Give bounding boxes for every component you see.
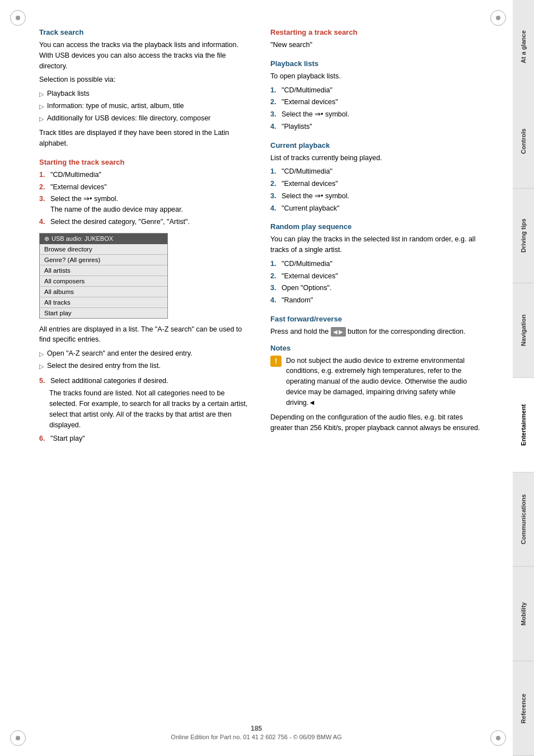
usb-menu-item-browse[interactable]: Browse directory [40,244,167,255]
bullet-az-text-2: Select the desired entry from the list. [47,361,161,371]
step-text-6: "Start play" [50,433,85,444]
rp-text-2: "External devices" [282,271,338,282]
bullet-arrow-az1: ▷ [39,349,44,359]
step-num-4: 4. [39,217,47,227]
cp-num-4: 4. [270,203,278,214]
start-step-5: 5. Select additional categories if desir… [39,376,254,386]
usb-menu-item-start[interactable]: Start play [40,308,167,318]
sidebar-tab-entertainment[interactable]: Entertainment [513,378,534,473]
bullet-az-text-1: Open "A-Z search" and enter the desired … [47,348,192,359]
starting-steps: 1. "CD/Multimedia" 2. "External devices"… [39,170,254,227]
pl-step-4: 4. "Playlists" [270,122,485,132]
bullet-arrow-3: ▷ [39,114,44,124]
step-num-2: 2. [39,182,47,193]
start-step-4: 4. Select the desired category, "Genre",… [39,217,254,227]
step-text-4: Select the desired category, "Genre", "A… [50,217,190,227]
usb-menu: ⊕ USB audio: JUKEBOX Browse directory Ge… [39,233,168,319]
step5-detail: The tracks found are listed. Not all cat… [49,388,254,430]
warning-icon: ! [270,356,282,367]
rp-num-2: 2. [270,271,278,282]
fast-forward-text: Press and hold the ◀ ▶ button for the co… [270,326,485,337]
sidebar-tab-controls[interactable]: Controls [513,94,534,189]
usb-menu-item-genre[interactable]: Genre? (All genres) [40,255,167,265]
rp-step-3: 3. Open "Options". [270,283,485,293]
random-play-title: Random play sequence [270,222,485,231]
current-playback-steps: 1. "CD/Multimedia" 2. "External devices"… [270,166,485,213]
current-playback-title: Current playback [270,141,485,150]
pl-step-2: 2. "External devices" [270,97,485,108]
step-num-6: 6. [39,433,47,444]
left-column: Track search You can access the tracks v… [39,28,254,734]
corner-decoration-tl [10,10,26,26]
start-step-3: 3. Select the ⇒• symbol.The name of the … [39,194,254,215]
bullet-text-2: Information: type of music, artist, albu… [47,101,184,111]
usb-menu-item-tracks[interactable]: All tracks [40,297,167,308]
start-step-2: 2. "External devices" [39,182,254,193]
rp-step-2: 2. "External devices" [270,271,485,282]
current-playback-intro: List of tracks currently being played. [270,153,485,164]
start-step-1: 1. "CD/Multimedia" [39,170,254,180]
sidebar-tab-at-a-glance[interactable]: At a glance [513,0,534,94]
cp-step-1: 1. "CD/Multimedia" [270,166,485,177]
note-1-text: Do not subject the audio device to extre… [286,356,485,408]
rp-step-1: 1. "CD/Multimedia" [270,259,485,269]
page-container: Track search You can access the tracks v… [0,0,534,756]
cp-text-1: "CD/Multimedia" [282,166,332,177]
cp-text-2: "External devices" [282,179,338,189]
sidebar: At a glance Controls Driving tips Naviga… [513,0,534,756]
usb-menu-title: ⊕ USB audio: JUKEBOX [40,234,167,244]
track-search-intro: You can access the tracks via the playba… [39,40,254,71]
sidebar-tab-driving-tips[interactable]: Driving tips [513,189,534,283]
usb-menu-item-artists[interactable]: All artists [40,265,167,276]
rp-num-1: 1. [270,259,278,269]
rp-num-4: 4. [270,295,278,306]
step-text-3: Select the ⇒• symbol.The name of the aud… [50,194,183,215]
notes-section: Notes ! Do not subject the audio device … [270,344,485,433]
pl-step-3: 3. Select the ⇒• symbol. [270,109,485,120]
playback-lists-steps: 1. "CD/Multimedia" 2. "External devices"… [270,85,485,132]
step-num-1: 1. [39,170,47,180]
step-num-5: 5. [39,376,47,386]
bullet-item-info: ▷ Information: type of music, artist, al… [39,101,254,111]
track-titles-note: Track titles are displayed if they have … [39,128,254,149]
pl-num-4: 4. [270,122,278,132]
pl-text-2: "External devices" [282,97,338,108]
bullet-item-usb: ▷ Additionally for USB devices: file dir… [39,113,254,124]
sidebar-tab-mobility[interactable]: Mobility [513,567,534,661]
cp-text-3: Select the ⇒• symbol. [282,191,349,202]
sidebar-tab-communications[interactable]: Communications [513,472,534,567]
restarting-text: "New search" [270,40,485,50]
ff-button-icon: ◀ ▶ [331,327,346,337]
rp-text-4: "Random" [282,295,313,306]
rp-text-3: Open "Options". [282,283,331,293]
cp-num-1: 1. [270,166,278,177]
footer: 185 Online Edition for Part no. 01 41 2 … [0,725,513,740]
pl-text-1: "CD/Multimedia" [282,85,332,96]
step-text-2: "External devices" [50,182,107,193]
main-content: Track search You can access the tracks v… [0,0,513,756]
note-2-text: Depending on the configuration of the au… [270,412,485,433]
cp-num-3: 3. [270,191,278,202]
pl-num-3: 3. [270,109,278,120]
step-num-3: 3. [39,194,47,204]
playback-lists-title: Playback lists [270,59,485,68]
usb-menu-item-albums[interactable]: All albums [40,287,167,297]
pl-text-4: "Playlists" [282,122,312,132]
rp-text-1: "CD/Multimedia" [282,259,332,269]
start-step-6: 6. "Start play" [39,433,254,444]
rp-step-4: 4. "Random" [270,295,485,306]
pl-num-2: 2. [270,97,278,108]
bullet-arrow-az2: ▷ [39,362,44,371]
bullet-az-2: ▷ Select the desired entry from the list… [39,361,254,371]
sidebar-tab-reference[interactable]: Reference [513,661,534,756]
cp-step-3: 3. Select the ⇒• symbol. [270,191,485,202]
az-search-bullets: ▷ Open "A-Z search" and enter the desire… [39,348,254,371]
usb-icon: ⊕ [44,235,49,242]
bullet-az-1: ▷ Open "A-Z search" and enter the desire… [39,348,254,359]
usb-menu-item-composers[interactable]: All composers [40,276,167,287]
sidebar-tab-navigation[interactable]: Navigation [513,283,534,378]
pl-step-1: 1. "CD/Multimedia" [270,85,485,96]
cp-num-2: 2. [270,179,278,189]
restarting-title: Restarting a track search [270,28,485,36]
cp-text-4: "Current playback" [282,203,339,214]
